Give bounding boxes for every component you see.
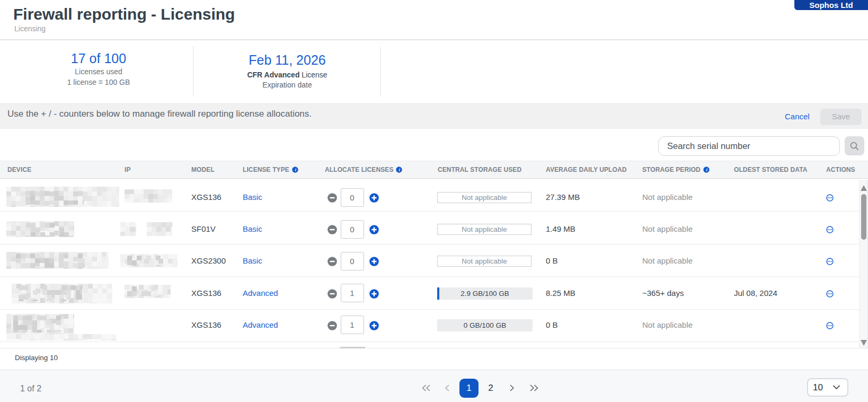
svg-text:i: i — [706, 167, 707, 172]
svg-text:i: i — [295, 167, 296, 172]
svg-text:i: i — [399, 167, 401, 172]
